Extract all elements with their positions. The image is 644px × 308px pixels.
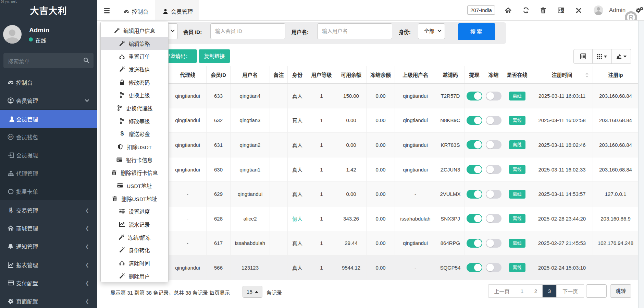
svg-text:A: A [561, 9, 564, 12]
svg-text:B: B [9, 208, 13, 213]
svg-text:cc: cc [9, 135, 13, 139]
